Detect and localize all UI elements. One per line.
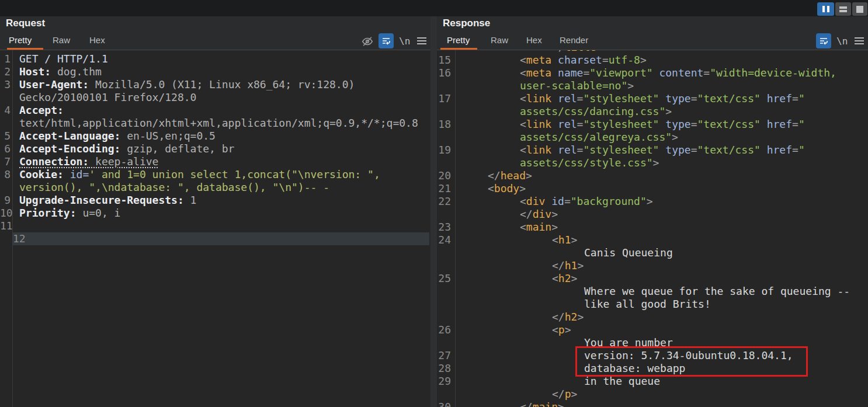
request-editor[interactable]: 1GET / HTTP/1.12Host: dog.thm3User-Agent… (0, 50, 430, 407)
code-line: 15<meta charset=utf-8> (437, 54, 868, 67)
rows-bar (839, 10, 847, 12)
tab-raw[interactable]: Raw (53, 35, 70, 48)
code-text: Canis Queueing (584, 246, 673, 259)
code-text: <div id="background"> (520, 195, 653, 208)
line-number: 28 (437, 362, 451, 375)
code-text: user-scalable=no"> (520, 79, 634, 92)
code-text: Where we queue for the sake of queueing … (584, 285, 850, 298)
line-number: 6 (0, 142, 11, 155)
code-line: 16<meta name="viewport" content="width=d… (437, 67, 868, 79)
tab-raw[interactable]: Raw (491, 35, 508, 48)
rows-layout-icon[interactable] (835, 2, 851, 16)
panel-divider[interactable] (430, 16, 437, 407)
word-wrap-icon[interactable] (816, 33, 831, 48)
code-line: 4Accept: (0, 104, 430, 117)
code-line: user-scalable=no"> (437, 79, 868, 92)
code-line: 5Accept-Language: en-US,en;q=0.5 (0, 130, 430, 142)
code-text: assets/css/style.css"> (520, 156, 659, 169)
code-text: <link rel="stylesheet" type="text/css" h… (520, 118, 805, 131)
code-line: 18<link rel="stylesheet" type="text/css"… (437, 118, 868, 131)
word-wrap-icon[interactable] (379, 33, 394, 48)
menu-icon[interactable] (416, 37, 427, 47)
code-line: 1GET / HTTP/1.1 (0, 53, 430, 65)
code-line: 9Upgrade-Insecure-Requests: 1 (0, 194, 430, 207)
line-number: 5 (0, 130, 11, 142)
line-number: 27 (437, 349, 451, 362)
code-line: assets/css/style.css"> (437, 156, 868, 169)
line-number: 10 (0, 207, 11, 220)
line-number: 4 (0, 104, 11, 117)
line-number: 23 (437, 221, 451, 234)
tab-render[interactable]: Render (560, 35, 588, 48)
code-line: Gecko/20100101 Firefox/128.0 (0, 91, 430, 104)
code-line: 23<main> (437, 221, 868, 234)
eye-slash-icon[interactable] (361, 35, 374, 50)
code-text: </div> (520, 208, 558, 221)
code-line: </p> (437, 388, 868, 401)
code-line: assets/css/dancing.css"> (437, 105, 868, 118)
code-line: like all good Brits! (437, 298, 868, 311)
code-text: <main> (520, 221, 558, 234)
columns-layout-icon[interactable] (817, 2, 834, 16)
line-number: 1 (0, 53, 11, 65)
tab-hex[interactable]: Hex (526, 35, 542, 48)
columns-bar (827, 6, 829, 12)
code-text: Upgrade-Insecure-Requests: 1 (19, 194, 196, 207)
line-number: 25 (437, 272, 451, 285)
tab-pretty[interactable]: Pretty (9, 35, 32, 48)
code-line: 7Connection: keep-alive (0, 155, 430, 168)
code-line: 6Accept-Encoding: gzip, deflate, br (0, 142, 430, 155)
line-number: 15 (437, 54, 451, 67)
code-text: </p> (552, 388, 577, 401)
code-text: Accept-Encoding: gzip, deflate, br (19, 142, 234, 155)
sqli-result-highlight-box (575, 346, 808, 377)
code-text: Host: dog.thm (19, 65, 102, 78)
line-number: 17 (437, 92, 451, 105)
code-line: Where we queue for the sake of queueing … (437, 285, 868, 298)
single-pane-icon[interactable] (852, 2, 867, 16)
code-text: <h2> (552, 272, 577, 285)
code-text: Connection: keep-alive (19, 155, 158, 168)
code-text: <h1> (552, 234, 577, 246)
code-text: version(), ",\ndatabase: ", database(), … (19, 181, 329, 194)
tab-pretty[interactable]: Pretty (447, 35, 470, 48)
tab-hex[interactable]: Hex (89, 35, 105, 48)
code-line: assets/css/alegreya.css"> (437, 131, 868, 144)
code-line: 8Cookie: id=' and 1=0 union select 1,con… (0, 168, 430, 181)
code-text: assets/css/dancing.css"> (520, 105, 672, 118)
code-line: </h2> (437, 311, 868, 323)
code-text: User-Agent: Mozilla/5.0 (X11; Linux x86_… (19, 78, 355, 91)
line-number: 2 (0, 65, 11, 78)
code-text: </h1> (552, 259, 584, 272)
code-line: 29in the queue (437, 375, 868, 388)
line-number: 16 (437, 67, 451, 79)
code-line: 11 (0, 220, 430, 232)
code-text: Accept: (19, 104, 64, 117)
menu-icon[interactable] (854, 37, 864, 47)
code-text: </h2> (552, 311, 584, 323)
code-text: Cookie: id=' and 1=0 union select 1,conc… (19, 168, 380, 181)
line-number: 18 (437, 118, 451, 131)
code-text: Priority: u=0, i (19, 207, 120, 220)
code-text: GET / HTTP/1.1 (19, 53, 108, 65)
code-line: </h1> (437, 259, 868, 272)
code-line: Canis Queueing (437, 246, 868, 259)
title-strip (0, 0, 868, 16)
code-line: 30</main> (437, 401, 868, 407)
line-number: 9 (0, 194, 11, 207)
columns-bar (822, 6, 825, 12)
line-number: 22 (437, 195, 451, 208)
code-line: version(), ",\ndatabase: ", database(), … (0, 181, 430, 194)
code-text: </main> (520, 401, 564, 407)
code-line: 3User-Agent: Mozilla/5.0 (X11; Linux x86… (0, 78, 430, 91)
rows-bar (839, 6, 847, 9)
code-line: 17<link rel="stylesheet" type="text/css"… (437, 92, 868, 105)
code-line: 20</head> (437, 169, 868, 182)
code-text: <link rel="stylesheet" type="text/css" h… (520, 92, 805, 105)
code-line: 19<link rel="stylesheet" type="text/css"… (437, 144, 868, 156)
line-number: 29 (437, 375, 451, 388)
newline-icon[interactable]: \n (836, 36, 848, 47)
code-text: <body> (488, 182, 526, 195)
newline-icon[interactable]: \n (399, 36, 410, 47)
request-panel-title: Request (6, 18, 45, 29)
